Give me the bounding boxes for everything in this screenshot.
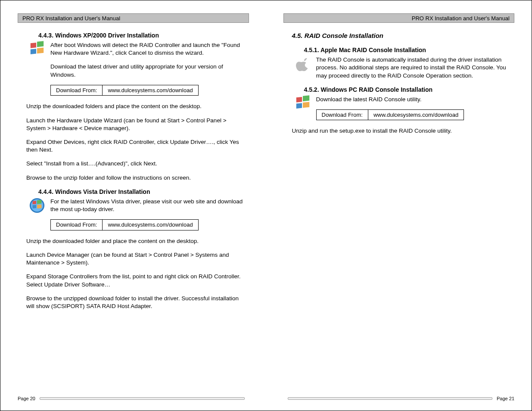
body-text: Select "Install from a list….(Advanced)"… <box>26 160 245 168</box>
heading-451: 4.5.1. Apple Mac RAID Console Installati… <box>304 46 510 54</box>
download-table: Download From: www.dulcesystems.com/down… <box>50 219 199 230</box>
download-url: www.dulcesystems.com/download <box>368 109 464 120</box>
download-label: Download From: <box>51 85 103 96</box>
footer-bar <box>40 397 245 400</box>
download-label: Download From: <box>316 109 368 120</box>
footer-right: Page 21 <box>283 396 515 401</box>
page-right: PRO RX Installation and User's Manual 4.… <box>266 0 532 411</box>
footer-left: Page 20 <box>18 396 249 401</box>
svg-rect-12 <box>296 103 302 109</box>
svg-rect-10 <box>296 97 302 103</box>
svg-rect-1 <box>37 41 44 47</box>
svg-rect-11 <box>303 95 309 101</box>
footer-bar <box>288 397 493 400</box>
header-title-left: PRO RX Installation and User's Manual <box>18 13 249 23</box>
page-number: Page 20 <box>18 396 35 401</box>
body-text: The RAID Console is automatically instal… <box>316 56 510 80</box>
svg-rect-6 <box>33 201 37 204</box>
svg-rect-9 <box>37 204 41 208</box>
body-text: Download the latest driver and utility a… <box>50 63 245 78</box>
download-table: Download From: www.dulcesystems.com/down… <box>316 109 464 121</box>
body-text: Unzip the downloaded folders and place t… <box>26 103 245 110</box>
download-url: www.dulcesystems.com/download <box>103 85 198 96</box>
svg-rect-7 <box>37 200 41 204</box>
svg-rect-8 <box>33 205 37 208</box>
heading-45: 4.5. RAID Console Installation <box>292 31 510 40</box>
body-text: Browse to the unzipped download folder t… <box>26 295 245 310</box>
body-text: Expand Other Devices, right click RAID C… <box>26 138 245 154</box>
body-text: Download the latest RAID Console utility… <box>316 96 510 103</box>
heading-452: 4.5.2. Windows PC RAID Console Installat… <box>304 86 510 94</box>
body-text: After boot Windows will detect the RAID … <box>50 41 245 57</box>
body-text: For the latest Windows Vista driver, ple… <box>50 198 245 213</box>
content-right: 4.5. RAID Console Installation 4.5.1. Ap… <box>283 31 515 135</box>
windows-vista-icon <box>29 197 45 214</box>
body-text: Browse to the unzip folder and follow th… <box>26 174 245 182</box>
body-text: Unzip the downloaded folder and place th… <box>26 237 245 245</box>
body-text: Launch Device Manager (can be found at S… <box>26 251 245 267</box>
header-title-right: PRO RX Installation and User's Manual <box>283 13 515 23</box>
body-text: Unzip and run the setup.exe to install t… <box>292 127 510 135</box>
svg-rect-13 <box>303 102 309 108</box>
heading-444: 4.4.4. Windows Vista Driver Installation <box>38 188 245 196</box>
svg-rect-2 <box>31 49 36 54</box>
page-number: Page 21 <box>497 396 514 401</box>
content-left: 4.4.3. Windows XP/2000 Driver Installati… <box>18 31 249 310</box>
download-table: Download From: www.dulcesystems.com/down… <box>50 85 199 96</box>
body-text: Expand Storage Controllers from the list… <box>26 273 245 288</box>
heading-443: 4.4.3. Windows XP/2000 Driver Installati… <box>38 31 245 40</box>
page-left: PRO RX Installation and User's Manual 4.… <box>0 0 266 411</box>
download-label: Download From: <box>51 220 103 230</box>
svg-rect-0 <box>31 43 36 48</box>
svg-rect-3 <box>37 47 44 53</box>
windows-xp-icon <box>295 95 311 112</box>
body-text: Launch the Hardware Update Wizard (can b… <box>26 117 245 132</box>
windows-xp-icon <box>29 41 45 57</box>
apple-mac-icon <box>295 56 311 72</box>
download-url: www.dulcesystems.com/download <box>103 220 198 230</box>
